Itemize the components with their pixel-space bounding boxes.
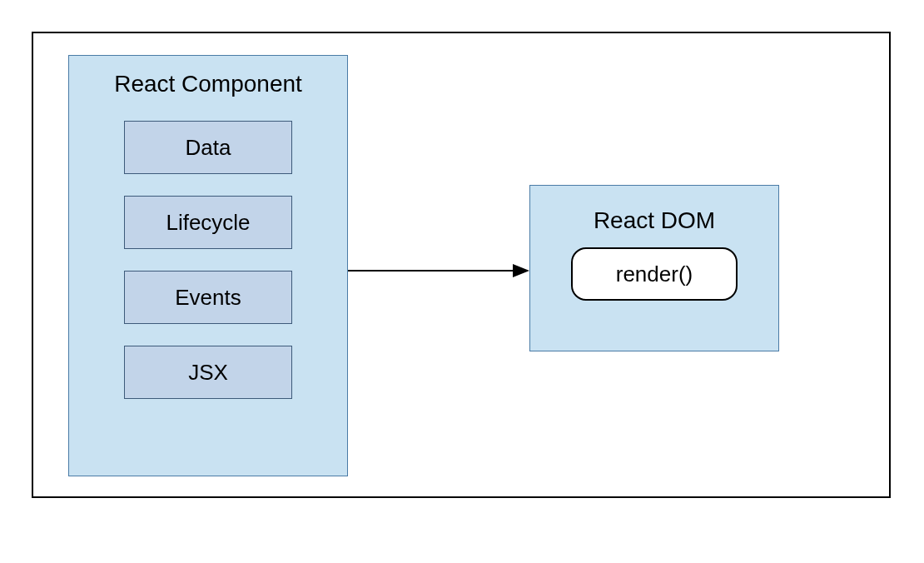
- react-component-title: React Component: [69, 56, 347, 106]
- svg-marker-1: [513, 264, 529, 277]
- component-item-data: Data: [124, 121, 292, 174]
- react-dom-title: React DOM: [594, 186, 715, 247]
- component-item-jsx: JSX: [124, 346, 292, 399]
- diagram-frame: React Component Data Lifecycle Events JS…: [32, 32, 891, 498]
- component-items-container: Data Lifecycle Events JSX: [69, 106, 347, 399]
- component-item-events: Events: [124, 271, 292, 324]
- render-method-pill: render(): [571, 247, 738, 301]
- react-dom-box: React DOM render(): [529, 185, 779, 351]
- react-component-box: React Component Data Lifecycle Events JS…: [68, 55, 348, 476]
- component-item-lifecycle: Lifecycle: [124, 196, 292, 249]
- arrow-icon: [348, 258, 531, 283]
